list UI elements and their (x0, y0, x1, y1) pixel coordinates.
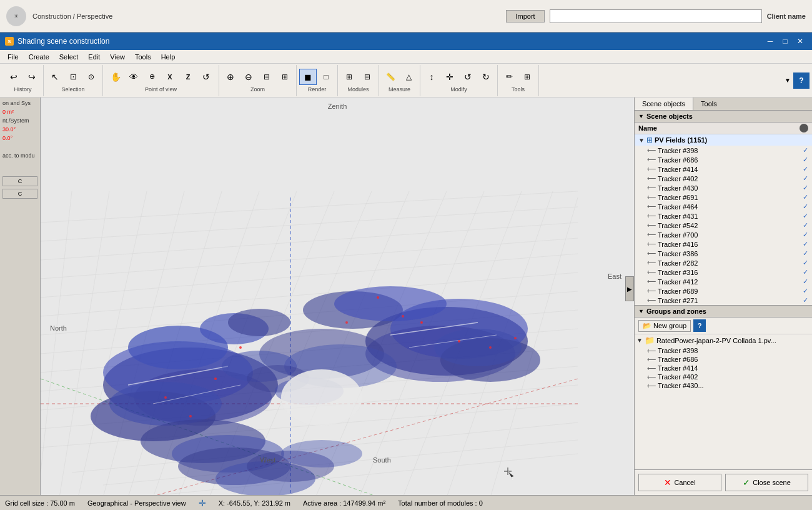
groups-title: Groups and zones (646, 308, 706, 315)
solid-render-button[interactable]: ◼ (299, 69, 317, 85)
tree-header: Name (635, 122, 812, 134)
measure-button[interactable]: 📏 (382, 69, 399, 85)
north-label: North (50, 324, 67, 332)
list-item[interactable]: ⟵ Tracker #414 (635, 364, 812, 372)
left-btn-1[interactable]: C (2, 176, 37, 186)
zoom-in-button[interactable]: ⊕ (222, 69, 239, 85)
menu-view[interactable]: View (105, 52, 130, 62)
move-button[interactable]: ↕ (423, 69, 440, 85)
list-item[interactable]: ⟵ Tracker #430 ✓ (635, 183, 812, 192)
reset-view-button[interactable]: ↺ (197, 69, 215, 85)
list-item[interactable]: ⟵ Tracker #686 (635, 355, 812, 364)
fit-button[interactable]: ⊟ (258, 69, 275, 85)
undo-button[interactable]: ↩ (5, 69, 22, 85)
south-label: South (373, 456, 391, 464)
redo-button[interactable]: ↪ (23, 69, 41, 85)
group-root-item[interactable]: ▼ 📁 RatedPower-japan-2-PV Collada 1.pv..… (635, 334, 812, 346)
list-item[interactable]: ⟵ Tracker #691 ✓ (635, 192, 812, 202)
status-active-area: Active area : 147499.94 m² (303, 499, 385, 507)
svg-point-65 (402, 315, 404, 318)
list-item[interactable]: ⟵ Tracker #402 ✓ (635, 174, 812, 183)
toolbar-tools-label: Tools (512, 86, 525, 92)
grid-tool-button[interactable]: ⊞ (518, 69, 536, 85)
cancel-button[interactable]: ✕ Cancel (638, 474, 721, 491)
list-item[interactable]: ⟵ Tracker #316 ✓ (635, 268, 812, 277)
modules-list-button[interactable]: ⊟ (359, 69, 376, 85)
cancel-icon: ✕ (664, 478, 671, 488)
box-select-button[interactable]: ⊡ (64, 69, 82, 85)
viewport[interactable]: Zenith East North West South ▶ (41, 98, 634, 495)
tree-header-name: Name (638, 124, 657, 132)
list-item[interactable]: ⟵ Tracker #402 (635, 372, 812, 381)
menu-create[interactable]: Create (24, 52, 54, 62)
status-modules-count: Total number of modules : 0 (398, 499, 483, 507)
help-toolbar-button[interactable]: ? (793, 72, 810, 89)
modify-undo-button[interactable]: ↺ (459, 69, 477, 85)
front-view-button[interactable]: ⊕ (143, 69, 161, 85)
groups-header[interactable]: ▼ Groups and zones (635, 306, 812, 318)
list-item[interactable]: ⟵ Tracker #430... (635, 381, 812, 390)
list-item[interactable]: ⟵ Tracker #542 ✓ (635, 221, 812, 230)
orbit-button[interactable]: 👁 (125, 69, 142, 85)
toolbar-expand-button[interactable]: ▼ (782, 72, 793, 89)
lasso-select-button[interactable]: ⊙ (82, 69, 100, 85)
status-coordinates: X: -645.55, Y: 231.92 m (219, 499, 290, 507)
minimize-button[interactable]: ─ (763, 36, 777, 47)
left-btn-2[interactable]: C (2, 189, 37, 199)
list-item[interactable]: ⟵ Tracker #398 ✓ (635, 146, 812, 155)
status-bar: Grid cell size : 75.00 m Geographical - … (0, 495, 812, 510)
list-item[interactable]: ⟵ Tracker #412 ✓ (635, 277, 812, 286)
menu-edit[interactable]: Edit (83, 52, 105, 62)
list-item[interactable]: ⟵ Tracker #686 ✓ (635, 155, 812, 164)
edit-tool-button[interactable]: ✏ (500, 69, 518, 85)
list-item[interactable]: ⟵ Tracker #689 ✓ (635, 286, 812, 296)
y-axis-button[interactable]: Z (179, 69, 197, 85)
list-item[interactable]: ⟵ Tracker #414 ✓ (635, 164, 812, 174)
tab-tools[interactable]: Tools (693, 98, 725, 110)
viewport-scroll-handle[interactable]: ▶ (625, 276, 634, 301)
list-item[interactable]: ⟵ Tracker #398 (635, 346, 812, 355)
wireframe-button[interactable]: □ (317, 69, 335, 85)
tree-header-toggle[interactable] (800, 124, 808, 132)
new-group-button[interactable]: 📂 New group (638, 320, 691, 332)
import-button[interactable]: Import (506, 10, 544, 22)
zoom-out-button[interactable]: ⊖ (240, 69, 257, 85)
groups-help-button[interactable]: ? (693, 319, 706, 332)
list-item[interactable]: ⟵ Tracker #700 ✓ (635, 230, 812, 239)
select-button[interactable]: ↖ (46, 69, 64, 85)
toolbar-group-tools: ✏ ⊞ Tools (498, 65, 539, 96)
svg-point-67 (514, 337, 517, 339)
east-label: East (608, 272, 621, 280)
x-axis-button[interactable]: X (161, 69, 179, 85)
tab-scene-objects[interactable]: Scene objects (635, 98, 693, 110)
list-item[interactable]: ⟵ Tracker #464 ✓ (635, 202, 812, 211)
left-info-area: 0 m² (2, 109, 37, 115)
left-panel: on and Sys 0 m² nt./System 30.0° 0.0° ac… (0, 98, 41, 495)
list-item[interactable]: ⟵ Tracker #416 ✓ (635, 239, 812, 249)
box-zoom-button[interactable]: ⊞ (276, 69, 294, 85)
pan-button[interactable]: ✋ (107, 69, 124, 85)
toolbar-group-render: ◼ □ Render (297, 65, 338, 96)
search-input[interactable] (550, 9, 762, 23)
list-item[interactable]: ⟵ Tracker #431 ✓ (635, 211, 812, 221)
menu-file[interactable]: File (2, 52, 24, 62)
list-item[interactable]: ⟵ Tracker #282 ✓ (635, 258, 812, 268)
menu-tools[interactable]: Tools (130, 52, 156, 62)
close-scene-button[interactable]: ✓ Close scene (725, 474, 808, 491)
tree-root-item[interactable]: ▼ ⊞ PV Fields (1151) (635, 134, 812, 146)
maximize-button[interactable]: □ (778, 36, 792, 47)
modify-redo-button[interactable]: ↻ (477, 69, 495, 85)
translate-button[interactable]: ✛ (441, 69, 458, 85)
angle-button[interactable]: △ (400, 69, 417, 85)
menu-help[interactable]: Help (156, 52, 181, 62)
scene-objects-header[interactable]: ▼ Scene objects (635, 111, 812, 122)
close-button[interactable]: ✕ (793, 36, 807, 47)
modules-grid-button[interactable]: ⊞ (340, 69, 358, 85)
toolbar-modules-label: Modules (347, 86, 369, 92)
menu-select[interactable]: Select (54, 52, 84, 62)
list-item[interactable]: ⟵ Tracker #386 ✓ (635, 249, 812, 258)
svg-point-40 (109, 382, 222, 426)
left-info-azimuth: 0.0° (2, 135, 37, 141)
svg-point-63 (345, 321, 348, 324)
list-item[interactable]: ⟵ Tracker #271 ✓ (635, 296, 812, 305)
